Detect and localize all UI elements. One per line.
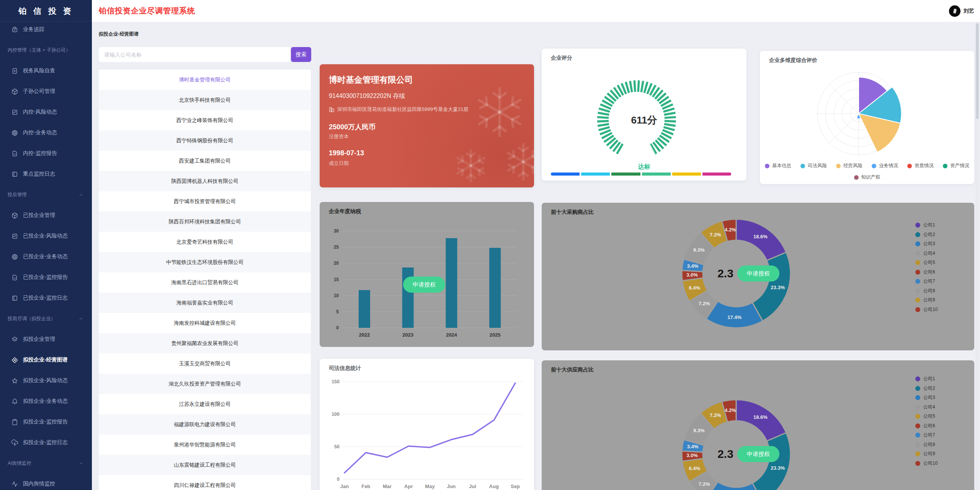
sidebar-item[interactable]: 内控-监控报告 [0, 146, 92, 161]
sidebar-item[interactable]: 已投企业-监控报告 [0, 270, 92, 285]
sidebar-item[interactable]: 内控-业务动态 [0, 125, 92, 140]
legend-dot [915, 433, 920, 438]
request-auth-button[interactable]: 申请授权 [737, 446, 779, 462]
sidebar-item[interactable]: 拟投企业-监控报告 [0, 414, 92, 430]
legend-row: 基本信息司法风险经营风险业务情况资质情况资产情况 [760, 163, 974, 169]
company-list-item[interactable]: 山东震铭建设工程有限公司 [99, 455, 311, 475]
card-title: 司法信息统计 [329, 365, 361, 372]
legend-item: 公司4 [915, 404, 935, 410]
sidebar-item-label: 已投企业-监控报告 [23, 274, 68, 281]
company-list-item[interactable]: 四川仁禄建设工程有限公司 [99, 475, 311, 490]
sidebar-item-label: 内控-业务动态 [23, 129, 57, 136]
company-list-item[interactable]: 陕西固博机器人科技有限公司 [99, 171, 311, 191]
sidebar-item[interactable]: 重点监控日志 [0, 166, 92, 182]
sidebar-item[interactable]: 已投企业-业务动态 [0, 249, 92, 264]
sidebar-item[interactable]: 拟投企业-经营图谱 [0, 352, 92, 368]
legend-item: 公司7 [915, 432, 935, 438]
bar-chart-svg: 0510152025302022202320242025 [320, 202, 534, 347]
svg-text:4.2%: 4.2% [725, 227, 736, 233]
company-list-item[interactable]: 福建源联电力建设有限公司 [99, 414, 311, 435]
sidebar-item[interactable]: 业务追踪 [0, 22, 92, 37]
registered-capital-label: 注册资本 [329, 133, 349, 140]
chevron-icon [78, 316, 83, 321]
legend-dot [915, 451, 920, 456]
scrollbar-thumb[interactable] [976, 23, 979, 119]
legend-dot [915, 270, 920, 275]
legend-dot [765, 164, 769, 168]
chart-icon [11, 233, 18, 239]
svg-text:15: 15 [334, 277, 339, 282]
svg-text:0: 0 [336, 325, 339, 330]
company-list-item[interactable]: 西宁特殊钢股份有限公司 [99, 130, 311, 151]
layout-icon [11, 171, 18, 177]
sidebar-item[interactable]: 拟投企业-业务动态 [0, 394, 92, 409]
svg-text:6.4%: 6.4% [689, 466, 700, 471]
sidebar-item-label: 子孙公司管理 [23, 88, 55, 95]
page-title: 铂信投资企业尽调管理系统 [99, 0, 195, 22]
company-list-item[interactable]: 北京爱奇艺科技有限公司 [99, 232, 311, 252]
sidebar-item[interactable]: 已投企业管理 [0, 208, 92, 223]
company-list-item[interactable]: 江苏永立建设有限公司 [99, 394, 311, 414]
svg-text:23.3%: 23.3% [771, 285, 785, 290]
svg-text:7.2%: 7.2% [710, 412, 721, 418]
user-menu[interactable]: 刘艺 [949, 0, 974, 22]
sidebar-item[interactable]: 拟投企业-风险动态 [0, 373, 92, 388]
company-list-item[interactable]: 西安建工集团有限公司 [99, 151, 311, 171]
header: 铂信投资企业尽调管理系统 刘艺 [92, 0, 980, 22]
search-input[interactable] [99, 47, 290, 62]
sidebar-item-label: 内控-风险动态 [23, 109, 57, 116]
svg-text:0: 0 [337, 477, 340, 482]
svg-text:25: 25 [334, 244, 339, 250]
avatar[interactable] [949, 5, 960, 17]
sidebar-section[interactable]: 投前尽调（拟投企业） [0, 315, 92, 322]
legend-dot [915, 223, 920, 228]
svg-text:Feb: Feb [361, 483, 370, 489]
legend-dot [915, 376, 920, 381]
sidebar-item[interactable]: 已投企业-监控日志 [0, 290, 92, 306]
request-auth-button[interactable]: 申请授权 [737, 265, 779, 282]
breadcrumb: 拟投企业-经营图谱 [99, 31, 139, 37]
legend-item: 公司1 [915, 222, 935, 228]
request-auth-button[interactable]: 申请授权 [403, 277, 445, 293]
sidebar-item[interactable]: 拟投企业-监控日志 [0, 435, 92, 450]
card-title: 企业年度纳税 [329, 208, 361, 215]
sidebar-item[interactable]: 已投企业-风险动态 [0, 228, 92, 244]
legend-dot [915, 423, 920, 428]
chart-icon [11, 109, 18, 116]
card-title: 前十大供应商占比 [551, 366, 594, 373]
legend-item: 资质情况 [907, 163, 934, 169]
company-list-item[interactable]: 中节能铁汉生态环境股份有限公司 [99, 252, 311, 272]
sidebar-item[interactable]: 内控-风险动态 [0, 104, 92, 120]
activity-icon [11, 481, 18, 487]
company-list-item[interactable]: 北京快手科技有限公司 [99, 90, 311, 110]
sidebar-section: 内控管理（主体 + 子孙公司） [0, 46, 92, 54]
tax-bar-chart: 0510152025302022202320242025 [320, 202, 534, 348]
legend-item: 公司9 [915, 297, 935, 303]
legend-item: 公司10 [915, 306, 938, 313]
company-list-item[interactable]: 海南黑石进出口贸易有限公司 [99, 272, 311, 293]
company-list-item[interactable]: 西宁城市投资管理有限公司 [99, 191, 311, 212]
sidebar-item[interactable]: 国内舆情监控 [0, 476, 92, 490]
sidebar-item[interactable]: 子孙公司管理 [0, 84, 92, 99]
company-list-item[interactable]: 泉州港华智慧能源有限公司 [99, 435, 311, 455]
svg-text:2023: 2023 [402, 332, 413, 338]
svg-text:6.4%: 6.4% [689, 285, 700, 291]
search-button[interactable]: 搜索 [291, 47, 311, 62]
sidebar-item[interactable]: 拟投企业管理 [0, 332, 92, 347]
svg-text:Aug: Aug [489, 483, 499, 489]
company-list-item[interactable]: 海南发控科城建设有限公司 [99, 313, 311, 333]
company-list-item[interactable]: 玉溪玉交商贸有限公司 [99, 353, 311, 374]
company-list-item[interactable]: 陕西百邦环境科技集团有限公司 [99, 212, 311, 232]
company-list-item[interactable]: 贵州聚福菌农业发展有限公司 [99, 333, 311, 353]
legend-item: 公司6 [915, 423, 935, 429]
line-series [345, 383, 515, 473]
company-list-item[interactable]: 博时基金管理有限公司 [99, 70, 311, 90]
sidebar-section[interactable]: 投后管理 [0, 191, 92, 199]
company-list-item[interactable]: 西宁业之峰装饰有限公司 [99, 110, 311, 130]
company-list-item[interactable]: 海南福誉嘉实业有限公司 [99, 293, 311, 313]
file-icon [11, 274, 18, 281]
chevron-icon [78, 192, 83, 197]
company-list-item[interactable]: 湖北久玖投资资产管理有限公司 [99, 374, 311, 394]
sidebar-section[interactable]: AI舆情监控 [0, 459, 92, 467]
sidebar-item[interactable]: 税务风险自查 [0, 63, 92, 78]
